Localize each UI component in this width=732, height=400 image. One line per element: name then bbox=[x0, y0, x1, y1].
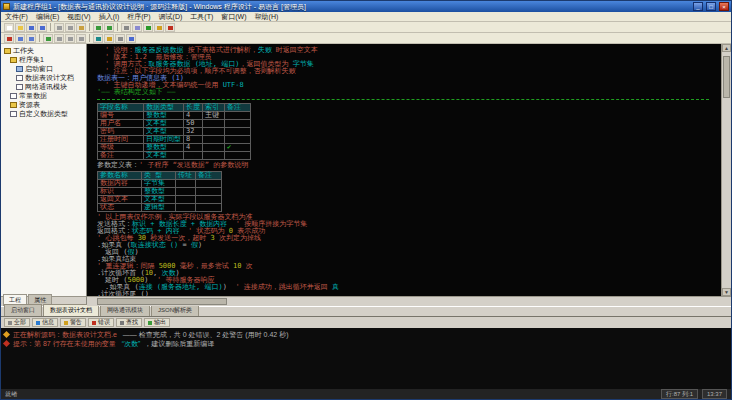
code-segment: '—— 表结构定义如下 —— bbox=[97, 88, 176, 96]
menu-item-2[interactable]: 视图(V) bbox=[67, 12, 90, 22]
run-icon[interactable] bbox=[143, 23, 153, 32]
bookmark-icon[interactable] bbox=[104, 34, 114, 43]
code-segment: 4 bbox=[186, 143, 190, 151]
maximize-button[interactable]: □ bbox=[706, 2, 716, 11]
tree-item-6[interactable]: 资源表 bbox=[2, 100, 85, 109]
tree-item-4[interactable]: 网络通讯模块 bbox=[2, 82, 85, 91]
output-messages: 正在解析源码：数据表设计文档.e —— 检查完成，共 0 处错误、2 处警告 (… bbox=[1, 328, 731, 389]
vertical-scrollbar[interactable]: ▲ ▼ bbox=[721, 44, 731, 296]
open-file-icon[interactable] bbox=[15, 23, 25, 32]
doc-table-row: 用户名文本型50 bbox=[98, 120, 251, 128]
menu-item-0[interactable]: 文件(F) bbox=[5, 12, 28, 22]
step-into-icon[interactable] bbox=[15, 34, 25, 43]
code-segment: ) bbox=[223, 283, 236, 291]
output-filter-button-1[interactable]: 信息 bbox=[32, 318, 58, 327]
output-line-1[interactable]: 提示：第 87 行存在未使用的变量 “次数”，建议删除后重新编译 bbox=[4, 339, 728, 348]
output-filter-label: 输出 bbox=[154, 318, 166, 327]
doc-table-cell: ✔ bbox=[225, 144, 251, 152]
title-bar[interactable]: 新建程序组1 - [数据表与通讯协议设计说明 · 源码注释版] - Window… bbox=[1, 1, 731, 12]
menu-item-5[interactable]: 调试(D) bbox=[159, 12, 183, 22]
file-icon bbox=[16, 84, 23, 90]
doc-table-cell: 4 bbox=[184, 144, 203, 152]
paste-icon[interactable] bbox=[76, 23, 86, 32]
tree-item-3[interactable]: 数据表设计文档 bbox=[2, 73, 85, 82]
tree-item-2[interactable]: 启动窗口 bbox=[2, 64, 85, 73]
undo-icon[interactable] bbox=[93, 23, 103, 32]
code-segment: —— 检查完成，共 0 处错误、2 处警告 (用时 0.42 秒) bbox=[123, 330, 289, 339]
output-line-0[interactable]: 正在解析源码：数据表设计文档.e —— 检查完成，共 0 处错误、2 处警告 (… bbox=[4, 330, 728, 339]
pause-icon[interactable] bbox=[154, 23, 164, 32]
tree-item-7[interactable]: 自定义数据类型 bbox=[2, 109, 85, 118]
copy-icon[interactable] bbox=[65, 23, 75, 32]
doc-table: 参数名称类 型传址备注数据内容字节集标识整数型返回文本文本型状态逻辑型 bbox=[97, 171, 222, 212]
horizontal-scrollbar[interactable] bbox=[87, 296, 731, 306]
main-area: 工作夹程序集1启动窗口数据表设计文档网络通讯模块常量数据资源表自定义数据类型 工… bbox=[1, 44, 731, 306]
minimize-button[interactable]: _ bbox=[693, 2, 703, 11]
new-file-icon[interactable] bbox=[4, 23, 14, 32]
stop-icon[interactable] bbox=[165, 23, 175, 32]
toolbar-separator bbox=[50, 23, 51, 31]
comment-icon[interactable] bbox=[43, 34, 53, 43]
folder-icon bbox=[10, 102, 17, 108]
tree-item-1[interactable]: 程序集1 bbox=[2, 55, 85, 64]
code-line: '—— 表结构定义如下 —— bbox=[97, 89, 721, 96]
tree-item-0[interactable]: 工作夹 bbox=[2, 46, 85, 55]
editor-area: ' 说明：服务器反馈数据 按下表格式进行解析，失败 时返回空文本' 版本：1.2… bbox=[87, 44, 731, 306]
tree-item-5[interactable]: 常量数据 bbox=[2, 91, 85, 100]
file-icon bbox=[10, 93, 17, 99]
menu-bar: 文件(F)编辑(E)视图(V)插入(I)程序(P)调试(D)工具(T)窗口(W)… bbox=[1, 12, 731, 22]
code-segment: ) bbox=[198, 241, 202, 249]
breakpoint-icon[interactable] bbox=[4, 34, 14, 43]
compile-icon[interactable] bbox=[132, 23, 142, 32]
code-segment: “次数” bbox=[122, 339, 141, 348]
menu-item-7[interactable]: 窗口(W) bbox=[221, 12, 246, 22]
menu-item-4[interactable]: 程序(P) bbox=[127, 12, 150, 22]
file-icon bbox=[10, 111, 17, 117]
indent-icon[interactable] bbox=[65, 34, 75, 43]
output-filter-label: 错误 bbox=[98, 318, 110, 327]
help-icon[interactable] bbox=[126, 34, 136, 43]
tree-item-label: 自定义数据类型 bbox=[19, 109, 68, 118]
code-segment: 逻辑型 bbox=[144, 203, 165, 211]
insert-table-icon[interactable] bbox=[93, 34, 103, 43]
code-segment: 字节集 bbox=[144, 179, 165, 187]
doc-tab-0[interactable]: 启动窗口 bbox=[4, 304, 42, 316]
output-filter-button-3[interactable]: 错误 bbox=[88, 318, 114, 327]
save-all-icon[interactable] bbox=[37, 23, 47, 32]
output-filter-button-5[interactable]: 输出 bbox=[144, 318, 170, 327]
code-segment: 文本型 bbox=[146, 119, 167, 127]
menu-item-1[interactable]: 编辑(E) bbox=[36, 12, 59, 22]
vertical-scroll-thumb[interactable] bbox=[723, 56, 730, 98]
app-icon bbox=[3, 3, 10, 10]
code-segment: ✔ bbox=[227, 143, 231, 151]
outdent-icon[interactable] bbox=[76, 34, 86, 43]
doc-table-header-cell: 备注 bbox=[225, 104, 251, 112]
output-filter-button-2[interactable]: 警告 bbox=[60, 318, 86, 327]
horizontal-scroll-thumb[interactable] bbox=[97, 298, 227, 305]
code-editor[interactable]: ' 说明：服务器反馈数据 按下表格式进行解析，失败 时返回空文本' 版本：1.2… bbox=[87, 44, 721, 296]
scroll-down-arrow[interactable]: ▼ bbox=[722, 288, 731, 296]
scroll-up-arrow[interactable]: ▲ bbox=[722, 44, 731, 52]
menu-item-8[interactable]: 帮助(H) bbox=[255, 12, 279, 22]
redo-icon[interactable] bbox=[104, 23, 114, 32]
code-line: .如果真 (连接 (服务器地址, 端口)) ' 连接成功，跳出循环并返回 真 bbox=[97, 284, 721, 291]
menu-item-3[interactable]: 插入(I) bbox=[99, 12, 120, 22]
find-icon[interactable] bbox=[121, 23, 131, 32]
folder-icon bbox=[10, 57, 17, 63]
step-over-icon[interactable] bbox=[26, 34, 36, 43]
uncomment-icon[interactable] bbox=[54, 34, 64, 43]
code-segment: 8 bbox=[186, 135, 190, 143]
code-segment: 传址 bbox=[178, 171, 192, 179]
code-line: 参数定义表：' 子程序 “发送数据” 的参数说明 bbox=[97, 162, 721, 169]
tree-item-label: 工作夹 bbox=[13, 46, 34, 55]
save-icon[interactable] bbox=[26, 23, 36, 32]
doc-table-cell bbox=[203, 128, 225, 136]
output-filter-button-4[interactable]: 查找 bbox=[116, 318, 142, 327]
output-filter-button-0[interactable]: 全部 bbox=[4, 318, 30, 327]
code-segment: 真 bbox=[332, 283, 339, 291]
window-tile-icon[interactable] bbox=[115, 34, 125, 43]
cut-icon[interactable] bbox=[54, 23, 64, 32]
close-button[interactable]: × bbox=[719, 2, 729, 11]
code-segment: 日期时间型 bbox=[146, 135, 181, 143]
menu-item-6[interactable]: 工具(T) bbox=[190, 12, 213, 22]
